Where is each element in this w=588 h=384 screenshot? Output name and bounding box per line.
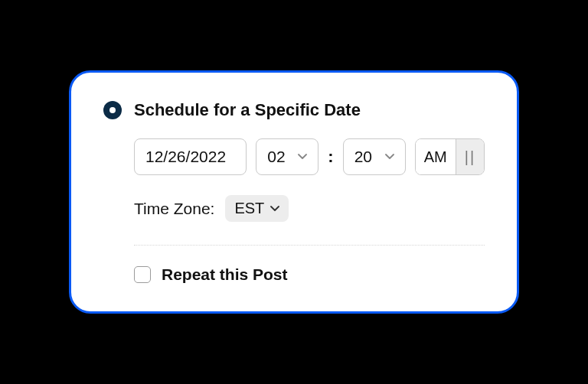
ampm-toggle[interactable]: AM || — [415, 138, 485, 175]
chevron-down-icon — [270, 206, 279, 212]
date-input[interactable]: 12/26/2022 — [134, 138, 247, 175]
minute-value: 20 — [354, 148, 372, 166]
schedule-radio-row[interactable]: Schedule for a Specific Date — [103, 100, 485, 120]
repeat-label: Repeat this Post — [162, 265, 288, 284]
chevron-down-icon — [385, 154, 394, 160]
repeat-checkbox[interactable] — [134, 266, 151, 283]
date-value: 12/26/2022 — [145, 148, 226, 166]
minute-select[interactable]: 20 — [343, 138, 406, 175]
datetime-row: 12/26/2022 02 : 20 AM || — [134, 138, 485, 175]
timezone-value: EST — [234, 200, 264, 217]
timezone-label: Time Zone: — [134, 200, 214, 218]
repeat-row: Repeat this Post — [134, 265, 485, 284]
hour-select[interactable]: 02 — [256, 138, 318, 175]
schedule-radio-label: Schedule for a Specific Date — [134, 100, 361, 120]
schedule-card: Schedule for a Specific Date 12/26/2022 … — [69, 70, 519, 314]
hour-value: 02 — [267, 148, 285, 166]
timezone-select[interactable]: EST — [225, 195, 289, 222]
ampm-pm-button[interactable]: || — [456, 139, 484, 174]
divider — [134, 245, 485, 246]
time-colon: : — [328, 147, 333, 167]
chevron-down-icon — [298, 154, 307, 160]
ampm-am-button[interactable]: AM — [416, 139, 456, 174]
timezone-row: Time Zone: EST — [134, 195, 485, 222]
radio-selected-icon — [103, 101, 122, 119]
